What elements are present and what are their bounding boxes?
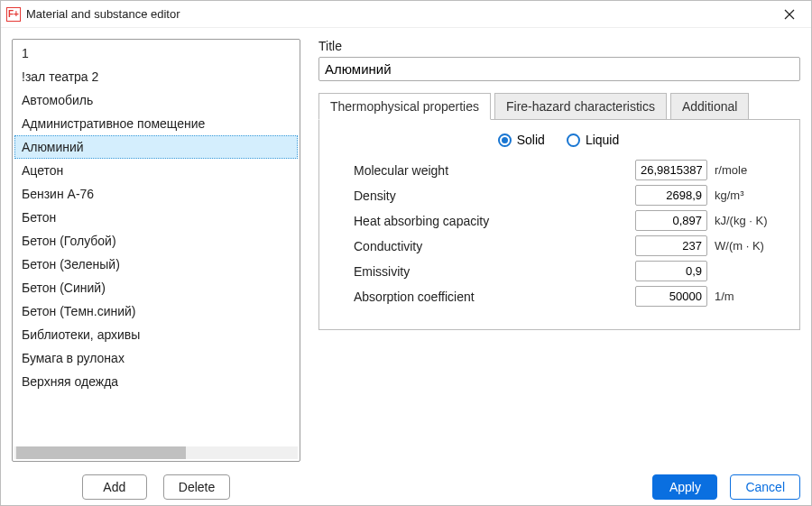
list-item[interactable]: Алюминий [14, 135, 298, 159]
tab-panel-thermophysical: Solid Liquid Molecular weight r/mole Den… [318, 119, 800, 330]
list-item[interactable]: Библиотеки, архивы [14, 323, 298, 346]
list-buttons: Add Delete [12, 474, 300, 500]
tab-fire-hazard[interactable]: Fire-hazard characteristics [494, 93, 667, 120]
list-item[interactable]: Бетон (Темн.синий) [14, 299, 298, 323]
label-molecular-weight: Molecular weight [336, 163, 635, 178]
radio-liquid[interactable]: Liquid [567, 133, 619, 147]
tab-bar: Thermophysical properties Fire-hazard ch… [318, 92, 800, 119]
list-item[interactable]: 1 [14, 41, 298, 65]
radio-solid[interactable]: Solid [498, 133, 545, 147]
row-conductivity: Conductivity W/(m · K) [336, 235, 781, 256]
left-pane: 1!зал театра 2АвтомобильАдминистративное… [12, 39, 300, 500]
tab-thermophysical[interactable]: Thermophysical properties [318, 93, 491, 120]
list-item[interactable]: Ацетон [14, 159, 298, 182]
right-pane: Title Thermophysical properties Fire-haz… [318, 39, 800, 500]
list-item[interactable]: Бензин А-76 [14, 182, 298, 206]
list-hscrollbar[interactable] [14, 446, 298, 459]
radio-liquid-indicator [567, 133, 580, 147]
row-molecular-weight: Molecular weight r/mole [336, 160, 781, 180]
radio-solid-label: Solid [517, 133, 545, 147]
list-item[interactable]: Бетон (Синий) [14, 276, 298, 299]
input-density[interactable] [635, 185, 707, 206]
window-title: Material and substance editor [26, 7, 775, 21]
label-heat-capacity: Heat absorbing capacity [336, 214, 635, 228]
list-item[interactable]: Бетон (Голубой) [14, 229, 298, 253]
apply-button[interactable]: Apply [652, 474, 717, 500]
close-button[interactable] [775, 4, 804, 25]
material-list-wrap: 1!зал театра 2АвтомобильАдминистративное… [12, 39, 300, 462]
label-absorption-coefficient: Absorption coefficient [336, 290, 635, 304]
list-item[interactable]: Бумага в рулонах [14, 346, 298, 370]
label-conductivity: Conductivity [336, 239, 635, 253]
material-list[interactable]: 1!зал театра 2АвтомобильАдминистративное… [14, 41, 298, 445]
list-hscrollbar-thumb[interactable] [16, 446, 186, 459]
input-conductivity[interactable] [635, 235, 707, 256]
row-density: Density kg/m³ [336, 185, 781, 206]
radio-solid-indicator [498, 133, 512, 147]
list-item[interactable]: Верхняя одежда [14, 370, 298, 393]
close-icon [784, 9, 795, 20]
unit-heat-capacity: kJ/(kg · K) [715, 214, 781, 227]
body: 1!зал театра 2АвтомобильАдминистративное… [1, 28, 811, 505]
list-item[interactable]: Бетон [14, 206, 298, 229]
title-input[interactable] [318, 57, 800, 81]
list-item[interactable]: !зал театра 2 [14, 65, 298, 88]
unit-density: kg/m³ [715, 189, 781, 202]
label-density: Density [336, 189, 635, 203]
radio-liquid-label: Liquid [586, 133, 619, 147]
row-absorption-coefficient: Absorption coefficient 1/m [336, 286, 781, 307]
row-heat-capacity: Heat absorbing capacity kJ/(kg · K) [336, 210, 781, 231]
tab-additional[interactable]: Additional [670, 93, 750, 120]
input-heat-capacity[interactable] [635, 210, 707, 231]
unit-conductivity: W/(m · K) [715, 239, 781, 253]
add-button[interactable]: Add [82, 474, 147, 500]
titlebar: F+ Material and substance editor [1, 1, 811, 28]
delete-button[interactable]: Delete [163, 474, 230, 500]
phase-selector: Solid Liquid [336, 133, 781, 147]
list-item[interactable]: Автомобиль [14, 88, 298, 112]
dialog-footer: Apply Cancel [318, 464, 800, 500]
input-molecular-weight[interactable] [635, 160, 707, 180]
list-item[interactable]: Административное помещение [14, 112, 298, 135]
app-icon: F+ [6, 7, 21, 22]
window: F+ Material and substance editor 1!зал т… [0, 0, 812, 506]
label-emissivity: Emissivity [336, 264, 635, 279]
row-emissivity: Emissivity [336, 261, 781, 281]
list-item[interactable]: Бетон (Зеленый) [14, 253, 298, 276]
unit-absorption-coefficient: 1/m [715, 290, 781, 303]
input-emissivity[interactable] [635, 261, 707, 281]
unit-molecular-weight: r/mole [715, 163, 781, 177]
input-absorption-coefficient[interactable] [635, 286, 707, 307]
title-label: Title [318, 39, 800, 53]
cancel-button[interactable]: Cancel [730, 474, 800, 500]
